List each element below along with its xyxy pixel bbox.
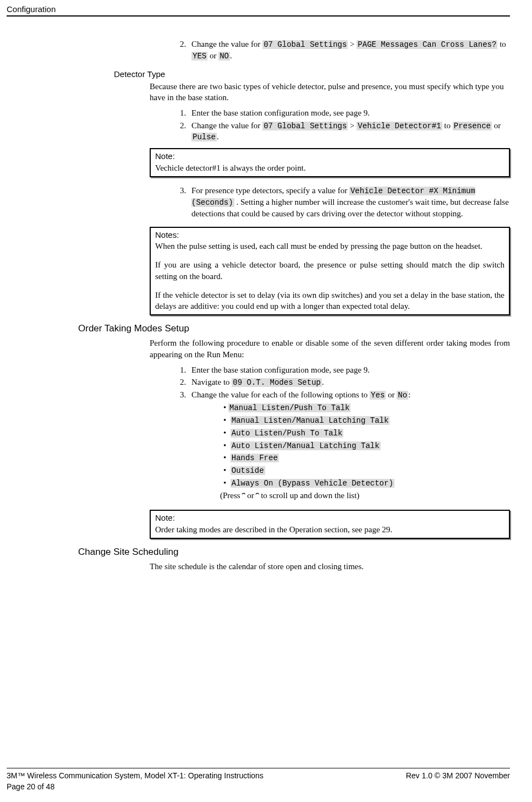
text: (Press	[220, 491, 242, 500]
order-li1: Enter the base station configuration mod…	[188, 364, 510, 375]
text: to	[497, 40, 506, 48]
code-no: NO	[218, 52, 230, 61]
text: to scroll up and down the list)	[259, 491, 359, 500]
note-body: Vechicle detector#1 is always the order …	[155, 162, 504, 173]
code-yes: Yes	[370, 391, 386, 400]
code-ot-modes: 09 O.T. Modes Setup	[232, 378, 322, 387]
code: Auto Listen/Manual Latching Talk	[231, 441, 381, 450]
code-vehicle-detector: Vehicle Detector#1	[357, 122, 442, 130]
text: or	[207, 51, 218, 60]
text: .	[217, 132, 219, 141]
detector-notes-box: Notes: When the pulse setting is used, e…	[150, 227, 510, 316]
caret-up-icon: ˆ	[256, 491, 260, 502]
code-page-messages: PAGE Messages Can Cross Lanes?	[357, 40, 497, 49]
bullet-always-on: Always On (Bypass Vehicle Detector)	[220, 477, 510, 489]
code: Hands Free	[231, 454, 279, 462]
document-page: Configuration Change the value for 07 Gl…	[0, 0, 532, 802]
detector-list: Enter the base station configuration mod…	[150, 107, 510, 143]
order-section-head: Order Taking Modes Setup	[78, 323, 510, 334]
sched-heading: Change Site Scheduling	[78, 547, 510, 558]
notes-p3: If the vehicle detector is set to delay …	[155, 290, 504, 312]
bullet-auto-latch: Auto Listen/Manual Latching Talk	[220, 440, 510, 451]
code-pulse: Pulse	[191, 133, 217, 141]
sched-section-head: Change Site Scheduling	[78, 547, 510, 558]
note-label: Note:	[155, 512, 504, 523]
text: or	[386, 390, 397, 399]
header-rule	[7, 15, 510, 17]
bullet-manual-push: Manual Listen/Push To Talk	[220, 402, 510, 413]
text: .	[230, 51, 232, 60]
top-numbered-list: Change the value for 07 Global Settings …	[150, 39, 510, 62]
code-global-settings: 07 Global Settings	[262, 40, 348, 49]
detector-list-cont: For presence type detectors, specify a v…	[150, 185, 510, 219]
code-yes: YES	[191, 52, 207, 61]
order-intro: Perform the following procedure to enabl…	[150, 337, 510, 360]
code-presence: Presence	[453, 122, 492, 130]
text: .	[322, 378, 324, 386]
detector-li2: Change the value for 07 Global Settings …	[188, 120, 510, 143]
code: Outside	[231, 466, 265, 475]
detector-li1: Enter the base station configuration mod…	[188, 107, 510, 118]
text: Change the value for	[191, 121, 262, 130]
detector-type-body: Because there are two basic types of veh…	[150, 81, 510, 316]
text: For presence type detectors, specify a v…	[191, 186, 349, 195]
bullet-hands-free: Hands Free	[220, 452, 510, 463]
footer-right: Rev 1.0 © 3M 2007 November	[406, 771, 510, 780]
text: or	[245, 491, 256, 500]
notes-p1: When the pulse setting is used, each cal…	[155, 241, 504, 252]
code: Manual Listen/Push To Talk	[228, 403, 350, 412]
code: Auto Listen/Push To Talk	[231, 429, 344, 438]
text: Change the value for	[191, 40, 262, 48]
sched-body: The site schedule is the calendar of sto…	[150, 561, 510, 572]
text: Change the value for each of the followi…	[191, 390, 370, 399]
detector-note-1: Note: Vechicle detector#1 is always the …	[150, 148, 510, 177]
text: to	[442, 121, 453, 130]
order-body: Perform the following procedure to enabl…	[150, 337, 510, 539]
order-bullets: Manual Listen/Push To Talk Manual Listen…	[220, 402, 510, 489]
code: Always On (Bypass Vehicle Detector)	[231, 479, 394, 488]
text: or	[492, 121, 501, 130]
notes-label: Notes:	[155, 230, 504, 241]
note-label: Note:	[155, 151, 504, 162]
text: . Setting a higher number will increase …	[191, 198, 509, 218]
top-list-block: Change the value for 07 Global Settings …	[150, 39, 510, 62]
note-body: Order taking modes are described in the …	[155, 524, 504, 535]
order-li2: Navigate to 09 O.T. Modes Setup.	[188, 377, 510, 388]
code-no: No	[397, 391, 408, 400]
sched-intro: The site schedule is the calendar of sto…	[150, 561, 510, 572]
code: Manual Listen/Manual Latching Talk	[231, 416, 390, 425]
footer-row: 3M™ Wireless Communication System, Model…	[7, 771, 510, 780]
text-gt: >	[348, 40, 357, 48]
code-global-settings: 07 Global Settings	[262, 122, 348, 130]
bullet-auto-push: Auto Listen/Push To Talk	[220, 427, 510, 439]
text: :	[408, 390, 410, 399]
order-note-box: Note: Order taking modes are described i…	[150, 510, 510, 539]
page-footer: 3M™ Wireless Communication System, Model…	[7, 768, 510, 791]
text: Navigate to	[191, 378, 232, 386]
running-header: Configuration	[7, 4, 510, 14]
order-li3: Change the value for each of the followi…	[188, 389, 510, 501]
detector-li3: For presence type detectors, specify a v…	[188, 185, 510, 219]
detector-type-heading: Detector Type	[114, 69, 510, 79]
notes-p2: If you are using a vehicle detector boar…	[155, 259, 504, 282]
order-list: Enter the base station configuration mod…	[150, 364, 510, 501]
footer-page-number: Page 20 of 48	[7, 782, 510, 791]
caret-up-icon: ˆ	[242, 491, 246, 502]
detector-intro: Because there are two basic types of veh…	[150, 81, 510, 103]
top-list-item-2: Change the value for 07 Global Settings …	[188, 39, 510, 62]
detector-type-section: Detector Type	[114, 69, 510, 79]
footer-left: 3M™ Wireless Communication System, Model…	[7, 771, 264, 780]
press-note: (Press ˆ or ˆ to scroll up and down the …	[220, 490, 510, 501]
bullet-manual-latch: Manual Listen/Manual Latching Talk	[220, 414, 510, 426]
order-heading: Order Taking Modes Setup	[78, 323, 510, 334]
footer-rule	[7, 768, 510, 768]
bullet-outside: Outside	[220, 465, 510, 476]
text-gt: >	[348, 121, 357, 130]
